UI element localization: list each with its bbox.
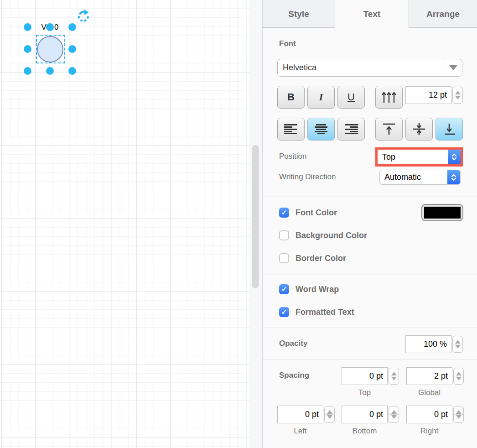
italic-button[interactable]: I <box>307 86 335 109</box>
canvas-scrollbar-track[interactable] <box>249 0 262 448</box>
rotate-clockwise-icon[interactable] <box>77 10 90 23</box>
valign-bottom-icon <box>442 123 456 135</box>
selection-handle-n[interactable] <box>46 23 54 31</box>
valign-top-icon <box>382 123 396 135</box>
spacing-section-title: Spacing <box>279 371 309 380</box>
chevron-up-down-icon <box>448 150 461 164</box>
selection-handle-e[interactable] <box>68 45 76 53</box>
vertical-text-button[interactable] <box>375 86 403 109</box>
align-center-button[interactable] <box>307 118 335 141</box>
spacing-top-label: Top <box>342 388 388 397</box>
position-label: Position <box>279 152 306 161</box>
border-color-checkbox[interactable] <box>279 253 289 263</box>
background-color-label: Background Color <box>296 231 367 240</box>
tab-text[interactable]: Text <box>335 0 409 28</box>
font-size-input[interactable] <box>405 86 451 104</box>
opacity-input[interactable] <box>405 335 451 353</box>
selection-outline <box>36 35 65 63</box>
caret-down-icon[interactable] <box>444 59 462 76</box>
valign-middle-button[interactable] <box>405 118 433 141</box>
font-color-checkbox[interactable] <box>279 208 289 218</box>
section-divider <box>263 275 477 275</box>
spacing-global-label: Global <box>406 388 452 397</box>
underline-button[interactable]: U <box>337 86 365 109</box>
align-right-button[interactable] <box>337 118 365 141</box>
formatted-text-checkbox[interactable] <box>279 307 289 317</box>
font-color-swatch-fill <box>424 207 461 219</box>
position-select[interactable]: Top <box>378 150 461 164</box>
italic-button-label: I <box>319 91 323 103</box>
spacing-bottom-label: Bottom <box>342 427 388 436</box>
position-highlight: Top <box>375 147 463 167</box>
writing-direction-value: Automatic <box>380 172 447 182</box>
spacing-bottom-input[interactable] <box>342 406 388 423</box>
writing-direction-select[interactable]: Automatic <box>379 170 461 185</box>
selection-handle-w[interactable] <box>24 45 31 53</box>
spacing-global-input[interactable] <box>406 367 452 385</box>
align-left-button[interactable] <box>277 118 305 141</box>
word-wrap-checkbox[interactable] <box>279 284 289 294</box>
format-tabs: Style Text Arrange <box>263 0 477 28</box>
section-divider <box>263 446 477 446</box>
border-color-row: Border Color <box>279 253 346 263</box>
formatted-text-label: Formatted Text <box>296 307 354 317</box>
font-section-title: Font <box>279 39 296 48</box>
formatted-text-row: Formatted Text <box>279 307 354 317</box>
font-color-swatch[interactable] <box>421 204 463 221</box>
spacing-top-stepper[interactable] <box>389 368 399 385</box>
tab-style[interactable]: Style <box>263 0 335 28</box>
font-family-select[interactable]: Helvetica <box>277 59 462 77</box>
writing-direction-label: Writing Direction <box>279 172 336 182</box>
section-divider <box>263 328 477 328</box>
font-color-row: Font Color <box>279 208 337 218</box>
word-wrap-row: Word Wrap <box>279 284 339 294</box>
background-color-checkbox[interactable] <box>279 230 289 240</box>
spacing-right-input[interactable] <box>406 406 452 423</box>
three-up-arrows-icon <box>381 91 397 104</box>
valign-top-button[interactable] <box>375 118 403 141</box>
border-color-label: Border Color <box>296 254 346 263</box>
opacity-stepper[interactable] <box>452 336 463 353</box>
section-divider <box>263 359 477 359</box>
spacing-right-label: Right <box>406 427 452 436</box>
format-panel: Style Text Arrange Font Helvetica B I U <box>262 0 477 448</box>
opacity-label: Opacity <box>279 339 307 348</box>
spacing-right-stepper[interactable] <box>453 406 464 423</box>
drawio-window: V1.0 Style Text Arrange Font <box>0 0 477 448</box>
align-left-icon <box>284 124 298 134</box>
section-divider <box>263 197 477 197</box>
spacing-left-stepper[interactable] <box>324 406 335 423</box>
spacing-left-input[interactable] <box>277 406 323 423</box>
spacing-top-input[interactable] <box>342 367 388 385</box>
spacing-bottom-stepper[interactable] <box>389 406 399 423</box>
selection-handle-s[interactable] <box>46 67 54 75</box>
chevron-up-down-icon <box>447 170 460 184</box>
align-right-icon <box>344 124 358 134</box>
selection-handle-ne[interactable] <box>68 23 76 31</box>
valign-middle-icon <box>412 123 426 135</box>
position-value: Top <box>378 152 448 162</box>
tab-arrange[interactable]: Arrange <box>409 0 477 28</box>
selection-handle-nw[interactable] <box>24 23 31 31</box>
underline-button-label: U <box>347 91 355 103</box>
align-center-icon <box>314 124 328 134</box>
bold-button[interactable]: B <box>277 86 305 109</box>
font-size-stepper[interactable] <box>452 87 463 104</box>
spacing-global-stepper[interactable] <box>453 368 464 385</box>
font-color-label: Font Color <box>296 208 337 218</box>
canvas-scrollbar-thumb[interactable] <box>252 145 259 288</box>
word-wrap-label: Word Wrap <box>296 285 339 294</box>
bold-button-label: B <box>287 91 295 103</box>
selection-handle-se[interactable] <box>68 67 76 75</box>
spacing-left-label: Left <box>277 427 323 436</box>
background-color-row: Background Color <box>279 230 367 240</box>
selection-handle-sw[interactable] <box>24 67 31 75</box>
font-family-value: Helvetica <box>278 63 444 73</box>
diagram-canvas[interactable]: V1.0 <box>0 0 249 448</box>
valign-bottom-button[interactable] <box>436 118 463 141</box>
